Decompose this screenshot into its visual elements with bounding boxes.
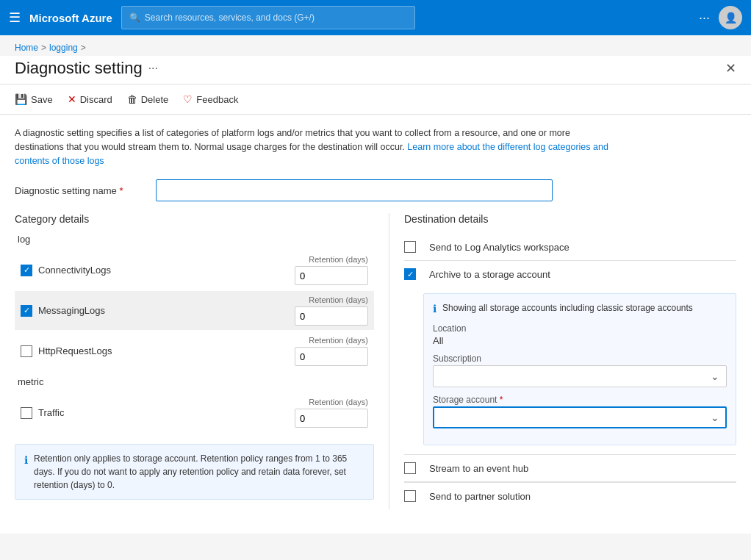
archive-storage-label: Archive to a storage account xyxy=(429,269,550,280)
storage-label: Storage account * xyxy=(433,395,727,405)
connectivity-retention-input[interactable] xyxy=(295,266,368,285)
destination-details-title: Destination details xyxy=(404,213,736,225)
connectivity-checkbox[interactable]: ✓ xyxy=(21,265,32,276)
hamburger-icon[interactable]: ☰ xyxy=(9,10,21,26)
httprequest-retention-label: Retention (days) xyxy=(309,336,368,345)
name-label: Diagnostic setting name * xyxy=(15,185,147,196)
metric-group-label: metric xyxy=(18,376,374,387)
messaging-retention-input[interactable] xyxy=(295,306,368,326)
nav-right: ··· 👤 xyxy=(699,6,742,29)
page-title: Diagnostic setting xyxy=(15,59,143,78)
partner-label: Send to partner solution xyxy=(429,491,531,502)
archive-info: ℹ Showing all storage accounts including… xyxy=(433,303,727,315)
name-row: Diagnostic setting name * xyxy=(15,179,736,201)
close-button[interactable]: ✕ xyxy=(725,62,736,75)
nav-dots[interactable]: ··· xyxy=(699,10,710,26)
category-details-panel: Category details log ✓ ConnectivityLogs … xyxy=(15,213,389,509)
feedback-icon: ♡ xyxy=(183,93,193,105)
event-hub-label: Stream to an event hub xyxy=(429,463,528,474)
location-field: Location All xyxy=(433,323,727,346)
storage-account-select[interactable] xyxy=(433,406,727,428)
traffic-label: Traffic xyxy=(38,407,295,418)
archive-storage-item: ✓ Archive to a storage account ℹ Showing… xyxy=(404,261,736,454)
save-button[interactable]: 💾 Save xyxy=(15,90,53,108)
archive-info-text: Showing all storage accounts including c… xyxy=(442,303,693,313)
name-required: * xyxy=(119,185,123,196)
list-item: ✓ MessagingLogs Retention (days) xyxy=(15,291,374,330)
list-item: HttpRequestLogs Retention (days) xyxy=(15,331,374,370)
feedback-label: Feedback xyxy=(196,94,238,105)
archive-info-icon: ℹ xyxy=(433,303,436,315)
log-group: log ✓ ConnectivityLogs Retention (days) … xyxy=(15,234,374,370)
avatar[interactable]: 👤 xyxy=(719,6,742,29)
retention-info-text: Retention only applies to storage accoun… xyxy=(34,452,364,492)
top-nav: ☰ Microsoft Azure 🔍 Search resources, se… xyxy=(0,0,751,35)
messaging-retention: Retention (days) xyxy=(295,295,368,326)
list-item: Traffic Retention (days) xyxy=(15,393,374,432)
breadcrumb-logging[interactable]: logging xyxy=(49,43,78,53)
diagnostic-name-input[interactable] xyxy=(156,179,553,201)
log-analytics-item: Send to Log Analytics workspace xyxy=(404,234,736,261)
two-col-layout: Category details log ✓ ConnectivityLogs … xyxy=(15,213,736,509)
description: A diagnostic setting specifies a list of… xyxy=(15,126,617,168)
discard-icon: ✕ xyxy=(68,93,76,105)
nav-title: Microsoft Azure xyxy=(29,12,112,24)
feedback-button[interactable]: ♡ Feedback xyxy=(183,90,238,108)
location-label: Location xyxy=(433,323,727,334)
messaging-checkbox[interactable]: ✓ xyxy=(21,305,32,317)
partner-item: Send to partner solution xyxy=(404,483,736,509)
category-details-title: Category details xyxy=(15,213,374,225)
event-hub-checkbox[interactable] xyxy=(404,462,416,474)
delete-label: Delete xyxy=(141,94,169,105)
subscription-select-wrapper xyxy=(433,365,727,387)
storage-account-select-wrapper xyxy=(433,406,727,428)
info-icon: ℹ xyxy=(24,453,28,492)
list-item: ✓ ConnectivityLogs Retention (days) xyxy=(15,251,374,290)
traffic-retention-input[interactable] xyxy=(295,409,368,428)
connectivity-label: ConnectivityLogs xyxy=(38,265,295,276)
log-analytics-label: Send to Log Analytics workspace xyxy=(429,242,569,253)
subscription-label: Subscription xyxy=(433,353,727,364)
connectivity-retention: Retention (days) xyxy=(295,255,368,285)
search-bar[interactable]: 🔍 Search resources, services, and docs (… xyxy=(121,6,415,29)
save-label: Save xyxy=(31,94,53,105)
event-hub-item: Stream to an event hub xyxy=(404,455,736,482)
traffic-retention-label: Retention (days) xyxy=(309,398,368,406)
breadcrumb: Home > logging > xyxy=(0,35,751,56)
storage-required: * xyxy=(500,395,503,405)
messaging-retention-label: Retention (days) xyxy=(309,295,368,304)
log-analytics-checkbox[interactable] xyxy=(404,241,416,253)
discard-button[interactable]: ✕ Discard xyxy=(68,90,112,108)
discard-label: Discard xyxy=(80,94,112,105)
subscription-field: Subscription xyxy=(433,353,727,387)
httprequest-label: HttpRequestLogs xyxy=(38,345,295,356)
archive-storage-checkbox[interactable]: ✓ xyxy=(404,268,416,280)
save-icon: 💾 xyxy=(15,93,27,105)
httprequest-checkbox[interactable] xyxy=(21,345,32,357)
main-content: A diagnostic setting specifies a list of… xyxy=(0,115,751,534)
breadcrumb-sep1: > xyxy=(41,43,46,53)
httprequest-retention: Retention (days) xyxy=(295,336,368,366)
location-value: All xyxy=(433,335,727,346)
delete-button[interactable]: 🗑 Delete xyxy=(127,90,169,108)
breadcrumb-sep2: > xyxy=(81,43,86,53)
traffic-retention: Retention (days) xyxy=(295,398,368,428)
connectivity-retention-label: Retention (days) xyxy=(309,255,368,264)
breadcrumb-home[interactable]: Home xyxy=(15,43,38,53)
httprequest-retention-input[interactable] xyxy=(295,347,368,366)
subscription-select[interactable] xyxy=(433,365,727,387)
log-group-label: log xyxy=(18,234,374,245)
destination-details-panel: Destination details Send to Log Analytic… xyxy=(389,213,736,509)
metric-group: metric Traffic Retention (days) xyxy=(15,376,374,432)
delete-icon: 🗑 xyxy=(127,93,137,105)
toolbar: 💾 Save ✕ Discard 🗑 Delete ♡ Feedback xyxy=(0,84,751,115)
messaging-label: MessagingLogs xyxy=(38,305,295,316)
partner-checkbox[interactable] xyxy=(404,490,416,502)
storage-account-field: Storage account * xyxy=(433,395,727,428)
page-header: Diagnostic setting ··· ✕ xyxy=(0,56,751,84)
traffic-checkbox[interactable] xyxy=(21,407,32,419)
search-icon: 🔍 xyxy=(129,12,140,23)
retention-info-box: ℹ Retention only applies to storage acco… xyxy=(15,444,374,500)
page-dots-button[interactable]: ··· xyxy=(148,62,158,75)
search-placeholder: Search resources, services, and docs (G+… xyxy=(145,12,315,23)
